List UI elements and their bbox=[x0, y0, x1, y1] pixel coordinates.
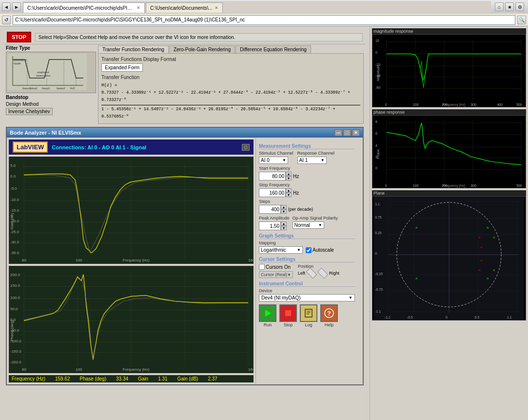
svg-text:×: × bbox=[486, 276, 489, 281]
stimulus-label: Stimulus Channel bbox=[259, 151, 293, 156]
tools-button[interactable]: ⚙ bbox=[515, 2, 524, 11]
device-select[interactable]: Dev4 (NI myDAQ) ▼ bbox=[259, 294, 355, 301]
stop-icon bbox=[283, 308, 293, 319]
peak-amp-input[interactable] bbox=[259, 221, 281, 230]
tab-1[interactable]: C:\Users\carlo\Documents\PIC-microchip\d… bbox=[23, 2, 145, 13]
measurement-settings-label: Measurement Settings bbox=[259, 143, 355, 149]
tab1-close-icon[interactable]: ✕ bbox=[137, 5, 140, 10]
bode-title-buttons: — □ ✕ bbox=[334, 129, 360, 136]
svg-text:-0.5: -0.5 bbox=[407, 316, 413, 319]
svg-text:?: ? bbox=[327, 310, 331, 317]
device-value: Dev4 (NI myDAQ) bbox=[261, 295, 301, 300]
svg-text:-35.0: -35.0 bbox=[10, 251, 20, 255]
mapping-select[interactable]: Logarithmic ▼ bbox=[259, 246, 303, 254]
log-icon bbox=[303, 308, 314, 319]
phase-chart: 200.0 150.0 100.0 50.0 0.0 -50.0 -100.0 … bbox=[9, 266, 254, 373]
stimulus-channel-select[interactable]: AI 0 ▼ bbox=[259, 157, 288, 164]
steps-input[interactable] bbox=[259, 205, 281, 214]
labview-header: LabVIEW Connections: AI 0 - AO 0 AI 1 - … bbox=[9, 140, 254, 155]
svg-text:0.25: 0.25 bbox=[375, 231, 382, 235]
filter-diagram: passband ripple stopband attenuation fpa… bbox=[6, 52, 96, 93]
stop-ctrl-button[interactable] bbox=[279, 304, 297, 322]
tab-difference-equation[interactable]: Difference Equation Rendering bbox=[235, 45, 311, 53]
plane-label: Plane bbox=[372, 190, 526, 196]
log-button[interactable] bbox=[300, 304, 317, 322]
cursors-on-row: Cursors On bbox=[259, 264, 293, 270]
start-freq-label: Start Frequency bbox=[259, 166, 355, 171]
svg-text:160: 160 bbox=[248, 367, 253, 372]
steps-up-button[interactable]: ▲ bbox=[281, 205, 287, 209]
svg-text:0: 0 bbox=[375, 51, 377, 54]
svg-text:80: 80 bbox=[22, 367, 26, 372]
app-area: STOP Select Help»Show Context Help and m… bbox=[0, 26, 528, 420]
status-freq-label: Frequency (Hz) bbox=[12, 376, 45, 381]
cursors-on-label: Cursors On bbox=[266, 264, 291, 270]
settings-panel: Measurement Settings Stimulus Channel AI… bbox=[255, 138, 358, 384]
status-phase-val: 33.34 bbox=[116, 376, 128, 381]
middle-section: Filter Type passband ripple bbox=[4, 44, 366, 125]
bode-close-button[interactable]: ✕ bbox=[352, 129, 360, 136]
peak-amp-up-button[interactable]: ▲ bbox=[281, 221, 287, 226]
svg-text:1.1: 1.1 bbox=[507, 316, 512, 319]
start-freq-down-button[interactable]: ▼ bbox=[286, 176, 292, 180]
stop-button[interactable]: STOP bbox=[7, 32, 31, 42]
tab-zero-pole-gain[interactable]: Zero-Pole-Gain Rendering bbox=[169, 45, 235, 53]
phase-response-label: phase response bbox=[372, 109, 526, 115]
response-channel-group: Response Channel AI 1 ▼ bbox=[297, 151, 335, 164]
gain-chart-svg: 5.0 0.0 -5.0 -10.0 -15.0 -20.0 -25.0 -30… bbox=[9, 157, 253, 263]
main-container: ◄ ► C:\Users\carlo\Documents\PIC-microch… bbox=[0, 0, 528, 420]
start-freq-up-button[interactable]: ▲ bbox=[286, 172, 292, 176]
address-input[interactable] bbox=[13, 15, 515, 25]
filter-diagram-svg: passband ripple stopband attenuation fpa… bbox=[8, 54, 87, 90]
cursor-type-select[interactable]: Cursor (Real) ▼ bbox=[259, 271, 293, 278]
start-freq-input[interactable] bbox=[259, 172, 286, 180]
svg-text:-5.0: -5.0 bbox=[10, 186, 17, 191]
left-diamond[interactable] bbox=[306, 268, 317, 279]
tf-denominator: 1 - 5.45358z⁻¹ + 14.5407z⁻² - 24.0436z⁻³… bbox=[101, 105, 360, 121]
stop-freq-input[interactable] bbox=[259, 188, 286, 197]
forward-button[interactable]: ► bbox=[12, 2, 21, 11]
start-freq-unit: Hz bbox=[293, 174, 299, 179]
tab-2[interactable]: C:\Users\carlo\Documents\... ✕ bbox=[146, 2, 223, 13]
opamp-dropdown-arrow: ▼ bbox=[318, 223, 322, 227]
opamp-select[interactable]: Normal ▼ bbox=[293, 221, 324, 229]
autoscale-checkbox[interactable] bbox=[306, 247, 312, 253]
bode-minimize-button[interactable]: — bbox=[334, 129, 342, 136]
tab-transfer-function[interactable]: Transfer Function Rendering bbox=[98, 45, 169, 53]
steps-down-button[interactable]: ▼ bbox=[281, 209, 287, 214]
refresh-button[interactable]: ↺ bbox=[2, 16, 11, 24]
status-phase-label: Phase (deg) bbox=[80, 376, 106, 381]
filter-designer: STOP Select Help»Show Context Help and m… bbox=[2, 28, 368, 389]
home-button[interactable]: ⌂ bbox=[495, 2, 504, 11]
stop-freq-down-button[interactable]: ▼ bbox=[286, 193, 292, 197]
peak-amp-down-button[interactable]: ▼ bbox=[281, 226, 287, 230]
bode-inner-restore[interactable]: □ bbox=[242, 144, 250, 151]
svg-text:-0.25: -0.25 bbox=[375, 272, 383, 276]
right-diamond[interactable] bbox=[317, 268, 329, 279]
svg-text:stopband: stopband bbox=[37, 71, 49, 74]
cursors-on-checkbox[interactable] bbox=[259, 264, 265, 270]
help-label: Help bbox=[325, 322, 334, 327]
svg-text:0: 0 bbox=[446, 316, 448, 319]
labview-logo: LabVIEW bbox=[13, 141, 48, 153]
stop-freq-group: Stop Frequency ▲ ▼ H bbox=[259, 182, 355, 197]
design-method-text: Design Method bbox=[6, 101, 39, 107]
svg-text:150.0: 150.0 bbox=[10, 283, 20, 288]
start-freq-row: ▲ ▼ Hz bbox=[259, 172, 355, 180]
run-button[interactable] bbox=[259, 304, 276, 322]
back-button[interactable]: ◄ bbox=[2, 2, 11, 11]
opamp-group: Op-Amp Signal Polarity Normal ▼ bbox=[293, 216, 338, 230]
svg-text:Gain (dB): Gain (dB) bbox=[10, 213, 14, 230]
steps-label: Steps bbox=[259, 199, 355, 204]
stop-col: Stop bbox=[279, 304, 297, 327]
bode-restore-button[interactable]: □ bbox=[343, 129, 351, 136]
svg-text:50.0: 50.0 bbox=[10, 307, 18, 311]
plane-chart-svg: 1.1 0.75 0.25 0 -0.25 -0.75 -1.1 -1.1 -0… bbox=[372, 197, 526, 320]
search-button[interactable]: 🔍 bbox=[517, 16, 526, 24]
stop-freq-up-button[interactable]: ▲ bbox=[286, 188, 292, 193]
tab2-close-icon[interactable]: ✕ bbox=[215, 5, 218, 10]
response-channel-select[interactable]: AI 1 ▼ bbox=[297, 157, 327, 164]
help-button[interactable]: ? bbox=[320, 304, 338, 322]
graph-settings-label: Graph Settings bbox=[259, 233, 355, 239]
favorites-button[interactable]: ★ bbox=[505, 2, 514, 11]
